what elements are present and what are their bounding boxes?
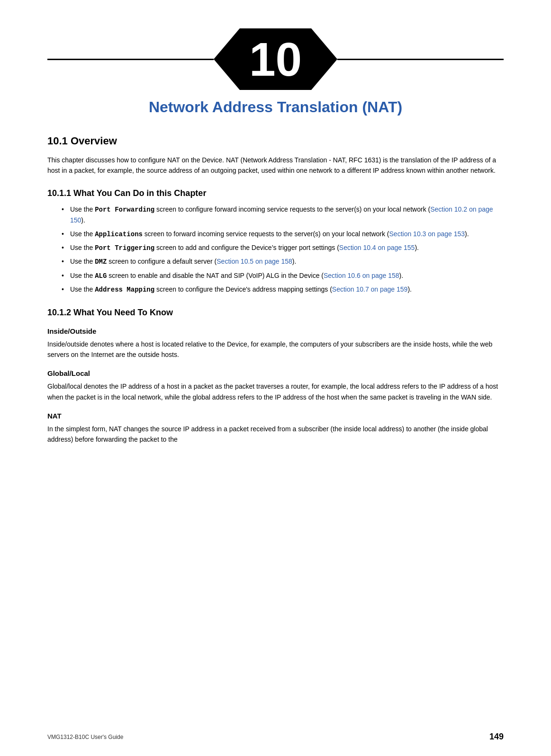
chapter-line-left: [47, 59, 214, 60]
list-item: Use the DMZ screen to configure a defaul…: [62, 256, 504, 267]
list-item: Use the Port Triggering screen to add an…: [62, 242, 504, 253]
list-item: Use the ALG screen to enable and disable…: [62, 270, 504, 281]
footer: VMG1312-B10C User's Guide 149: [47, 732, 504, 742]
chapter-title: Network Address Translation (NAT): [149, 98, 402, 116]
chapter-number: 10: [240, 28, 311, 90]
subsection-inside-outside-body: Inside/outside denotes where a host is l…: [47, 339, 504, 360]
triangle-left: [214, 28, 240, 90]
chapter-line-right: [337, 59, 504, 60]
section-10-1-1-title: 10.1.1 What You Can Do in this Chapter: [47, 188, 504, 198]
subsection-nat-title: NAT: [47, 412, 504, 420]
subsection-global-local-body: Global/local denotes the IP address of a…: [47, 381, 504, 402]
bullet-list: Use the Port Forwarding screen to config…: [62, 204, 504, 295]
subsection-inside-outside-title: Inside/Outside: [47, 327, 504, 335]
list-item: Use the Applications screen to forward i…: [62, 229, 504, 240]
subsection-global-local-title: Global/Local: [47, 369, 504, 377]
footer-page-number: 149: [489, 732, 504, 742]
list-item: Use the Address Mapping screen to config…: [62, 284, 504, 295]
list-item: Use the Port Forwarding screen to config…: [62, 204, 504, 226]
section-10-1-body: This chapter discusses how to configure …: [47, 155, 504, 176]
page: 10 Network Address Translation (NAT) 10.…: [0, 0, 551, 756]
footer-product: VMG1312-B10C User's Guide: [47, 734, 123, 740]
section-10-1-2-title: 10.1.2 What You Need To Know: [47, 308, 504, 318]
chapter-banner: 10 Network Address Translation (NAT): [47, 28, 504, 116]
triangle-right: [311, 28, 337, 90]
section-10-1-title: 10.1 Overview: [47, 135, 504, 148]
subsection-nat-body: In the simplest form, NAT changes the so…: [47, 424, 504, 445]
